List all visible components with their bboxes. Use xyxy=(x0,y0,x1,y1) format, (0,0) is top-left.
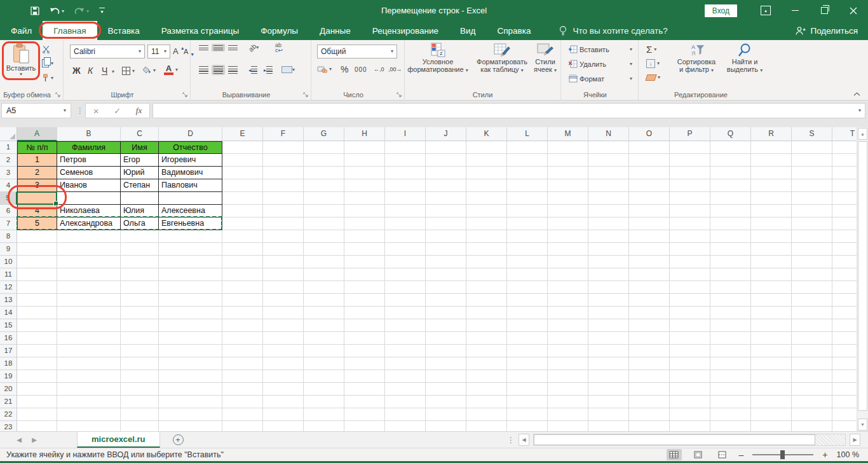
page-break-view-button[interactable] xyxy=(715,449,730,460)
cell-A22[interactable] xyxy=(17,408,57,421)
cell-D14[interactable] xyxy=(159,307,222,319)
cell-D5[interactable] xyxy=(159,192,222,205)
cell-H3[interactable] xyxy=(344,167,385,179)
cell-R10[interactable] xyxy=(751,256,792,268)
cell-L3[interactable] xyxy=(507,167,548,179)
zoom-out-button[interactable]: – xyxy=(739,450,744,459)
cell-R2[interactable] xyxy=(751,154,792,167)
cell-R19[interactable] xyxy=(751,370,792,383)
cell-F13[interactable] xyxy=(263,294,304,307)
cancel-entry-icon[interactable]: × xyxy=(93,106,99,116)
zoom-level[interactable]: 100 % xyxy=(837,450,859,459)
cell-I5[interactable] xyxy=(385,192,426,205)
cell-O5[interactable] xyxy=(629,192,670,205)
row-header-12[interactable]: 12 xyxy=(0,281,17,294)
cell-O10[interactable] xyxy=(629,256,670,268)
cell-E12[interactable] xyxy=(222,281,263,294)
cell-B1[interactable]: Фамилия xyxy=(57,141,121,154)
cell-B13[interactable] xyxy=(57,294,121,307)
cell-E5[interactable] xyxy=(222,192,263,205)
cell-G12[interactable] xyxy=(304,281,344,294)
cell-E18[interactable] xyxy=(222,357,263,370)
cell-F19[interactable] xyxy=(263,370,304,383)
row-header-3[interactable]: 3 xyxy=(0,167,17,179)
cut-icon[interactable] xyxy=(42,45,50,53)
cell-S13[interactable] xyxy=(792,294,832,307)
merge-center-button[interactable]: ▾ xyxy=(280,65,297,74)
column-header-J[interactable]: J xyxy=(426,127,466,141)
cell-F21[interactable] xyxy=(263,396,304,408)
cell-D16[interactable] xyxy=(159,332,222,345)
cell-N18[interactable] xyxy=(588,357,629,370)
cell-L5[interactable] xyxy=(507,192,548,205)
cell-F5[interactable] xyxy=(263,192,304,205)
cell-T11[interactable] xyxy=(832,268,857,281)
column-header-E[interactable]: E xyxy=(222,127,263,141)
cell-K17[interactable] xyxy=(466,345,507,357)
cell-J4[interactable] xyxy=(426,179,466,192)
cell-O4[interactable] xyxy=(629,179,670,192)
cell-Q1[interactable] xyxy=(710,141,751,154)
new-sheet-button[interactable]: + xyxy=(173,434,184,445)
cell-B9[interactable] xyxy=(57,243,121,256)
format-painter-icon[interactable]: ▾ xyxy=(42,74,53,82)
column-header-T[interactable]: T xyxy=(832,127,857,141)
cell-R23[interactable] xyxy=(751,421,792,431)
cell-R11[interactable] xyxy=(751,268,792,281)
cell-C21[interactable] xyxy=(121,396,159,408)
row-header-18[interactable]: 18 xyxy=(0,357,17,370)
cell-T10[interactable] xyxy=(832,256,857,268)
cell-N12[interactable] xyxy=(588,281,629,294)
decrease-indent-icon[interactable]: ◂ xyxy=(247,65,259,75)
cell-K7[interactable] xyxy=(466,218,507,230)
delete-cells-button[interactable]: Удалить▾ xyxy=(569,60,632,68)
cell-H14[interactable] xyxy=(344,307,385,319)
cell-H4[interactable] xyxy=(344,179,385,192)
increase-decimal-icon[interactable]: ←,0 xyxy=(374,66,384,73)
cell-K19[interactable] xyxy=(466,370,507,383)
cell-S14[interactable] xyxy=(792,307,832,319)
underline-dropdown-icon[interactable]: ▾ xyxy=(112,69,114,74)
cell-O17[interactable] xyxy=(629,345,670,357)
cell-F16[interactable] xyxy=(263,332,304,345)
cell-Q21[interactable] xyxy=(710,396,751,408)
cell-D18[interactable] xyxy=(159,357,222,370)
borders-icon[interactable]: ▾ xyxy=(122,67,135,75)
cell-C8[interactable] xyxy=(121,230,159,243)
cell-E4[interactable] xyxy=(222,179,263,192)
row-header-15[interactable]: 15 xyxy=(0,319,17,332)
cell-O18[interactable] xyxy=(629,357,670,370)
number-format-select[interactable]: Общий▾ xyxy=(317,45,397,59)
cell-M7[interactable] xyxy=(548,218,588,230)
cell-B10[interactable] xyxy=(57,256,121,268)
cell-B5[interactable] xyxy=(57,192,121,205)
cell-R6[interactable] xyxy=(751,205,792,218)
fill-handle[interactable] xyxy=(53,201,58,206)
cell-E11[interactable] xyxy=(222,268,263,281)
cell-S2[interactable] xyxy=(792,154,832,167)
cell-B12[interactable] xyxy=(57,281,121,294)
cell-B22[interactable] xyxy=(57,408,121,421)
cell-B18[interactable] xyxy=(57,357,121,370)
vertical-scrollbar[interactable]: ▲ ▼ xyxy=(857,127,868,431)
cell-T18[interactable] xyxy=(832,357,857,370)
cell-F6[interactable] xyxy=(263,205,304,218)
cell-D22[interactable] xyxy=(159,408,222,421)
row-header-23[interactable]: 23 xyxy=(0,421,17,431)
cell-Q19[interactable] xyxy=(710,370,751,383)
cell-J3[interactable] xyxy=(426,167,466,179)
align-center-button[interactable] xyxy=(212,65,225,75)
cell-C19[interactable] xyxy=(121,370,159,383)
previous-sheet-icon[interactable]: ◀ xyxy=(11,432,27,448)
cell-Q8[interactable] xyxy=(710,230,751,243)
cell-Q16[interactable] xyxy=(710,332,751,345)
cell-J16[interactable] xyxy=(426,332,466,345)
cell-P4[interactable] xyxy=(670,179,710,192)
cell-P1[interactable] xyxy=(670,141,710,154)
cell-R18[interactable] xyxy=(751,357,792,370)
cell-K12[interactable] xyxy=(466,281,507,294)
cell-N23[interactable] xyxy=(588,421,629,431)
cell-S17[interactable] xyxy=(792,345,832,357)
column-header-O[interactable]: O xyxy=(629,127,670,141)
align-right-button[interactable] xyxy=(226,65,240,75)
